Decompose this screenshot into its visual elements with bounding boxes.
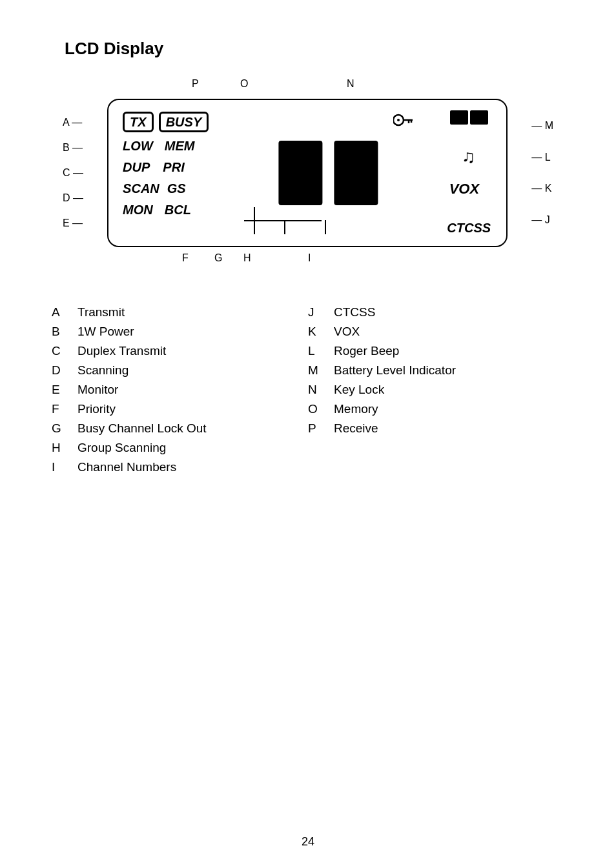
page-number: 24 — [302, 835, 314, 849]
legend-section: A Transmit B 1W Power C Duplex Transmit … — [52, 305, 564, 474]
legend-key-b: B — [52, 325, 77, 339]
list-item: B 1W Power — [52, 325, 308, 339]
legend-key-i: I — [52, 460, 77, 474]
label-k: — K — [531, 176, 553, 201]
label-f: F — [182, 252, 189, 264]
legend-key-m: M — [308, 363, 334, 378]
ctcss-label: CTCSS — [447, 221, 491, 236]
keylock-icon — [393, 113, 413, 127]
legend-key-l: L — [308, 344, 334, 358]
keylock-area — [393, 113, 413, 127]
legend-val-j: CTCSS — [334, 305, 375, 319]
legend-key-d: D — [52, 363, 77, 378]
divider-g-h — [254, 207, 255, 234]
list-item: H Group Scanning — [52, 441, 308, 455]
legend-val-d: Scanning — [77, 363, 128, 378]
legend-val-k: VOX — [334, 325, 360, 339]
legend-key-j: J — [308, 305, 334, 319]
pri-text: PRI — [163, 160, 184, 175]
label-m: — M — [531, 114, 553, 138]
legend-key-g: G — [52, 421, 77, 436]
label-c: C — — [63, 161, 83, 185]
legend-val-l: Roger Beep — [334, 344, 399, 358]
digit-display — [276, 141, 381, 205]
left-labels: A — B — C — D — E — — [63, 99, 83, 247]
list-item: L Roger Beep — [308, 344, 564, 358]
legend-key-e: E — [52, 383, 77, 397]
right-labels: — M — L — K — J — [531, 99, 553, 247]
list-item: K VOX — [308, 325, 564, 339]
battery-area — [450, 110, 488, 125]
label-h: H — [243, 252, 251, 264]
legend-key-o: O — [308, 402, 334, 416]
legend-val-p: Receive — [334, 421, 378, 436]
digit-left — [279, 141, 323, 205]
low-text: LOW — [123, 139, 153, 154]
label-d: D — — [63, 186, 83, 210]
list-item: E Monitor — [52, 383, 308, 397]
label-p: P — [192, 78, 199, 90]
lcd-row-e: MON BCL — [123, 203, 211, 217]
legend-val-f: Priority — [77, 402, 116, 416]
bottom-divider-h — [244, 220, 322, 221]
label-j: — J — [531, 208, 553, 232]
legend-key-a: A — [52, 305, 77, 319]
divider-i-end — [325, 220, 326, 234]
legend-val-h: Group Scanning — [77, 441, 166, 455]
legend-val-b: 1W Power — [77, 325, 134, 339]
label-l: — L — [531, 145, 553, 170]
page: LCD Display P O N A — B — C — D — E — — [0, 0, 616, 868]
legend-val-g: Busy Channel Lock Out — [77, 421, 207, 436]
list-item: I Channel Numbers — [52, 460, 308, 474]
svg-point-1 — [397, 119, 400, 121]
digit-right — [334, 141, 378, 205]
legend-key-f: F — [52, 402, 77, 416]
legend-val-i: Channel Numbers — [77, 460, 176, 474]
list-item: F Priority — [52, 402, 308, 416]
battery-cell-full — [450, 110, 468, 125]
legend-key-c: C — [52, 344, 77, 358]
lcd-row-b: LOW MEM — [123, 139, 211, 154]
busy-badge: BUSY — [159, 112, 209, 132]
lcd-left-column: TX BUSY LOW MEM DUP PRI SCAN — [123, 112, 211, 217]
lcd-diagram: P O N A — B — C — D — E — TX B — [63, 78, 553, 273]
legend-val-a: Transmit — [77, 305, 125, 319]
tx-badge: TX — [123, 112, 154, 132]
list-item: O Memory — [308, 402, 564, 416]
label-g: G — [214, 252, 222, 264]
legend-val-m: Battery Level Indicator — [334, 363, 456, 378]
list-item: C Duplex Transmit — [52, 344, 308, 358]
legend-left-column: A Transmit B 1W Power C Duplex Transmit … — [52, 305, 308, 474]
legend-val-e: Monitor — [77, 383, 118, 397]
legend-key-h: H — [52, 441, 77, 455]
vox-label: VOX — [449, 181, 479, 197]
legend-val-n: Key Lock — [334, 383, 384, 397]
legend-val-c: Duplex Transmit — [77, 344, 166, 358]
label-i: I — [308, 252, 311, 264]
legend-key-n: N — [308, 383, 334, 397]
list-item: A Transmit — [52, 305, 308, 319]
lcd-row-c: DUP PRI — [123, 160, 211, 175]
list-item: M Battery Level Indicator — [308, 363, 564, 378]
mem-text: MEM — [165, 139, 195, 154]
lcd-row-wrapper: A — B — C — D — E — TX BUSY LOW — [63, 99, 553, 247]
battery-cell-full-2 — [470, 110, 488, 125]
bottom-labels: F G H I — [108, 252, 508, 273]
lcd-display: TX BUSY LOW MEM DUP PRI SCAN — [107, 99, 508, 247]
legend-val-o: Memory — [334, 402, 378, 416]
lcd-row-d: SCAN GS — [123, 181, 211, 196]
list-item: N Key Lock — [308, 383, 564, 397]
label-n: N — [347, 78, 354, 90]
legend-right-column: J CTCSS K VOX L Roger Beep M Battery Lev… — [308, 305, 564, 474]
gs-text: GS — [167, 181, 186, 196]
lcd-row-a: TX BUSY — [123, 112, 211, 132]
scan-text: SCAN — [123, 181, 159, 196]
list-item: G Busy Channel Lock Out — [52, 421, 308, 436]
label-e: E — — [63, 211, 83, 236]
music-note-icon: ♫ — [462, 146, 475, 167]
mon-text: MON — [123, 203, 153, 217]
list-item: J CTCSS — [308, 305, 564, 319]
page-title: LCD Display — [65, 39, 564, 59]
legend-key-p: P — [308, 421, 334, 436]
legend-key-k: K — [308, 325, 334, 339]
